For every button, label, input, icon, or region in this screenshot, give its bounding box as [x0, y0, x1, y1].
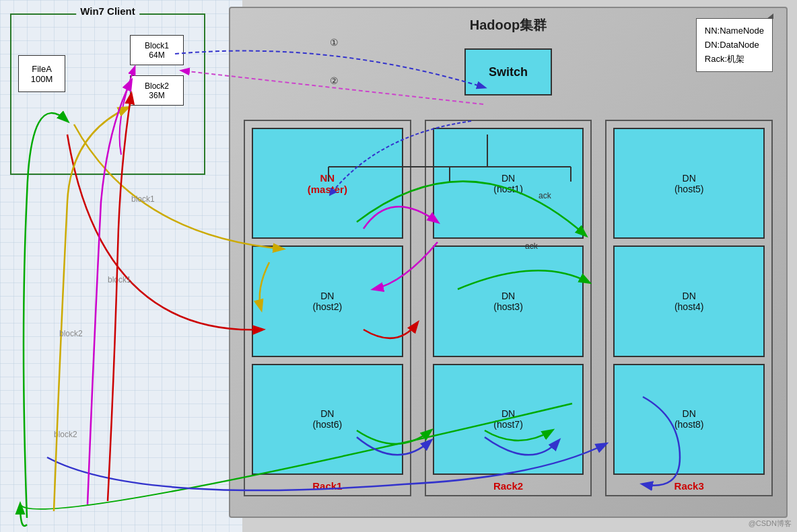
rack1-label: Rack1 — [312, 480, 342, 492]
client-title: Win7 Client — [76, 5, 139, 17]
host3-label: DN(host3) — [493, 291, 523, 312]
host7-label: DN(host7) — [493, 408, 523, 430]
switch-box: Switch — [464, 48, 552, 96]
host5-label: DN(host5) — [674, 173, 704, 194]
host4-label: DN(host4) — [674, 291, 704, 312]
node-host1: DN(host1) — [433, 128, 584, 239]
block2-box: Block236M — [130, 75, 184, 106]
node-host3: DN(host3) — [433, 245, 584, 356]
rack3-label: Rack3 — [674, 480, 704, 492]
node-host8: DN(host8) — [613, 364, 765, 475]
legend-line2: DN:DataNode — [705, 38, 764, 52]
node-nn-master: NN(master) — [252, 128, 403, 239]
legend-line1: NN:NameNode — [705, 24, 764, 38]
legend-box: NN:NameNode DN:DataNode Rack:机架 — [696, 18, 773, 72]
nn-master-label: NN(master) — [308, 172, 347, 195]
watermark: @CSDN博客 — [749, 519, 792, 529]
host1-label: DN(host1) — [493, 173, 523, 194]
switch-label: Switch — [489, 65, 528, 79]
hadoop-area: Hadoop集群 NN:NameNode DN:DataNode Rack:机架… — [229, 7, 788, 518]
block2-label: Block236M — [145, 81, 169, 100]
host2-label: DN(host2) — [313, 291, 343, 312]
node-host4: DN(host4) — [613, 245, 765, 356]
host6-label: DN(host6) — [313, 408, 343, 430]
node-host7: DN(host7) — [433, 364, 584, 475]
client-area: Win7 Client FileA100M Block164M Block236… — [10, 13, 205, 175]
hadoop-title: Hadoop集群 — [470, 16, 547, 34]
rack3: DN(host5) DN(host4) DN(host8) Rack3 — [605, 120, 773, 496]
node-host6: DN(host6) — [252, 364, 403, 475]
rack1: NN(master) DN(host2) DN(host6) Rack1 — [244, 120, 411, 496]
node-host5: DN(host5) — [613, 128, 765, 239]
host8-label: DN(host8) — [674, 408, 704, 430]
racks-container: NN(master) DN(host2) DN(host6) Rack1 DN(… — [244, 120, 773, 496]
rack2-label: Rack2 — [493, 480, 523, 492]
file-box: FileA100M — [18, 55, 65, 92]
block1-box: Block164M — [130, 35, 184, 65]
rack2: DN(host1) DN(host3) DN(host7) Rack2 — [425, 120, 592, 496]
node-host2: DN(host2) — [252, 245, 403, 356]
legend-line3: Rack:机架 — [705, 52, 764, 67]
block1-label: Block164M — [145, 41, 169, 60]
file-label: FileA100M — [31, 64, 53, 84]
